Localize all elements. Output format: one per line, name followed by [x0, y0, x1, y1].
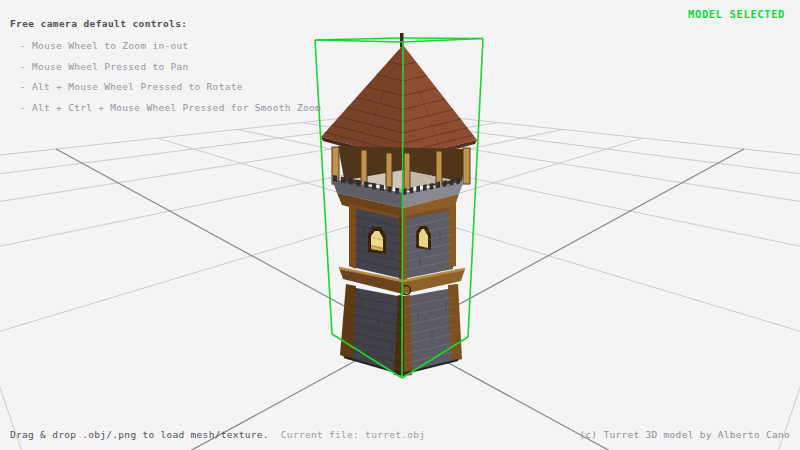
model-selected-status: MODEL SELECTED: [688, 8, 785, 20]
help-item-smooth-zoom: - Alt + Ctrl + Mouse Wheel Pressed for S…: [20, 102, 321, 113]
roof: [321, 45, 477, 163]
help-item-zoom: - Mouse Wheel to Zoom in-out: [20, 40, 189, 51]
window-right: [416, 226, 431, 250]
drop-hint: Drag & drop .obj/.png to load mesh/textu…: [10, 429, 269, 440]
help-title: Free camera default controls:: [10, 18, 187, 29]
model-credit: (c) Turret 3D model by Alberto Cano: [579, 429, 790, 440]
help-item-rotate: - Alt + Mouse Wheel Pressed to Rotate: [20, 81, 243, 92]
current-file-label: Current file: turret.obj: [281, 429, 425, 440]
footer-hints: Drag & drop .obj/.png to load mesh/textu…: [10, 429, 425, 440]
turret-model[interactable]: [321, 33, 477, 376]
viewport-3d[interactable]: Free camera default controls: - Mouse Wh…: [0, 0, 800, 450]
help-item-pan: - Mouse Wheel Pressed to Pan: [20, 61, 189, 72]
